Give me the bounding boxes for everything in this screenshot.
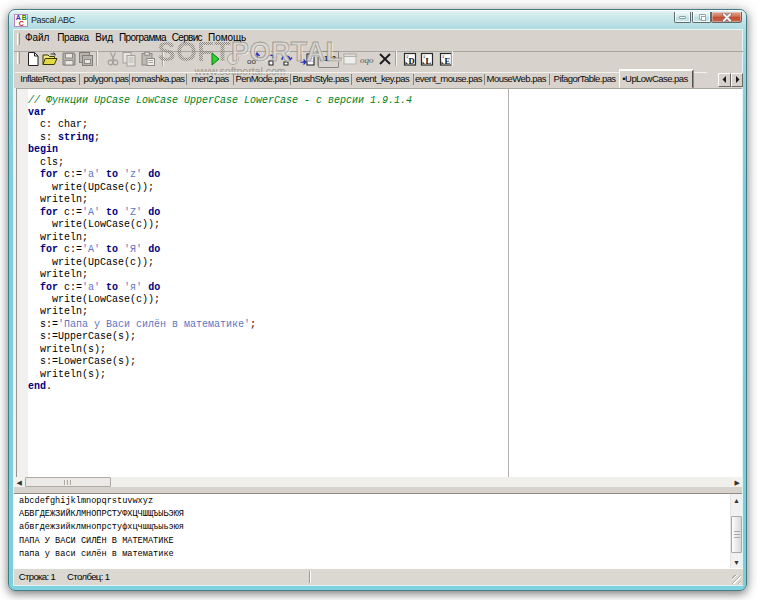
- svg-text:D: D: [408, 56, 414, 66]
- svg-text:E: E: [444, 56, 450, 66]
- svg-text:L: L: [426, 56, 432, 66]
